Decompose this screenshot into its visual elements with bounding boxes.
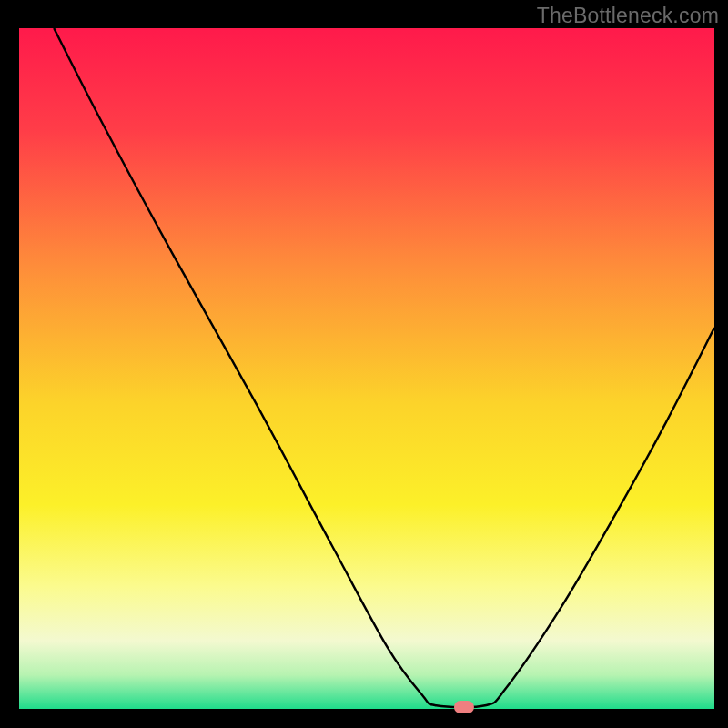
chart-frame: TheBottleneck.com <box>0 0 728 728</box>
watermark-text: TheBottleneck.com <box>537 4 719 28</box>
plot-background <box>19 28 714 709</box>
chart-svg <box>0 0 728 728</box>
curve-marker <box>454 701 474 713</box>
